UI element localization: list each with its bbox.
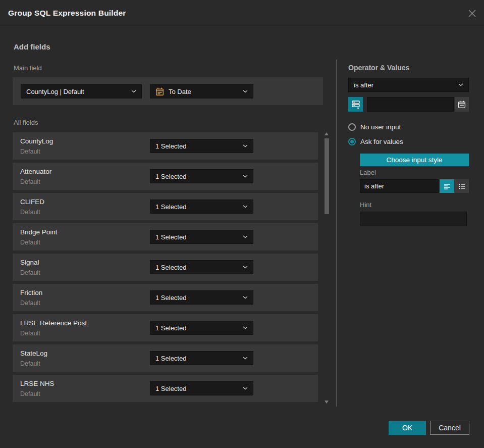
field-name: Signal xyxy=(20,259,39,266)
field-values-select[interactable]: 1 Selected xyxy=(150,169,253,183)
field-values-select-value: 1 Selected xyxy=(155,385,186,392)
field-row: LRSE NHS Default 1 Selected xyxy=(13,375,318,402)
ok-button[interactable]: OK xyxy=(389,421,426,435)
field-values-select[interactable]: 1 Selected xyxy=(150,351,253,365)
field-values-select[interactable]: 1 Selected xyxy=(150,321,253,335)
field-subtitle: Default xyxy=(20,330,40,337)
field-subtitle: Default xyxy=(20,178,40,185)
main-field-label: Main field xyxy=(14,64,42,72)
operator-values-heading: Operator & Values xyxy=(348,64,409,72)
field-subtitle: Default xyxy=(20,148,40,155)
field-values-select-value: 1 Selected xyxy=(155,173,186,180)
dialog-titlebar: Group SQL Expression Builder xyxy=(0,0,484,26)
label-field-label: Label xyxy=(360,169,376,176)
chevron-down-icon xyxy=(239,387,248,390)
radio-selected-icon xyxy=(348,138,356,145)
field-row: CLIFED Default 1 Selected xyxy=(13,193,318,220)
field-values-select[interactable]: 1 Selected xyxy=(150,290,253,305)
field-values-select-value: 1 Selected xyxy=(155,142,186,150)
field-name: CLIFED xyxy=(20,198,44,206)
field-values-select[interactable]: 1 Selected xyxy=(150,381,253,395)
field-row: Friction Default 1 Selected xyxy=(13,284,318,311)
field-rows: CountyLog Default 1 Selected Attenuator … xyxy=(13,132,318,405)
radio-no-user-input-label: No user input xyxy=(360,123,401,131)
field-values-select[interactable]: 1 Selected xyxy=(150,260,253,274)
list-input-icon xyxy=(458,182,466,190)
field-row: Attenuator Default 1 Selected xyxy=(13,163,318,190)
field-row: Signal Default 1 Selected xyxy=(13,254,318,281)
scrollbar-thumb[interactable] xyxy=(325,138,329,214)
stacked-values-icon xyxy=(351,99,360,109)
cancel-button[interactable]: Cancel xyxy=(430,421,469,435)
hint-input[interactable] xyxy=(360,212,467,226)
operator-select[interactable]: is after xyxy=(348,78,469,92)
field-name: LRSE Reference Post xyxy=(20,319,87,327)
list-scrollbar[interactable] xyxy=(325,131,329,406)
radio-ask-for-values-label: Ask for values xyxy=(360,138,403,145)
chevron-down-icon xyxy=(239,357,248,360)
field-values-select[interactable]: 1 Selected xyxy=(150,139,253,153)
single-line-input-icon xyxy=(443,182,451,190)
field-name: LRSE NHS xyxy=(20,380,55,387)
hint-field-label: Hint xyxy=(360,201,371,209)
radio-ask-for-values[interactable]: Ask for values xyxy=(348,138,403,145)
field-row: CountyLog Default 1 Selected xyxy=(13,132,318,160)
operator-select-value: is after xyxy=(354,81,373,89)
field-name: Bridge Point xyxy=(20,228,58,236)
radio-circle-icon xyxy=(348,123,356,131)
calendar-icon xyxy=(458,101,466,109)
single-line-style-button[interactable] xyxy=(440,179,454,193)
field-values-select[interactable]: 1 Selected xyxy=(150,230,253,244)
main-date-field-select[interactable]: To Date xyxy=(150,84,253,98)
field-subtitle: Default xyxy=(20,269,40,276)
multiple-values-button[interactable] xyxy=(348,97,363,112)
radio-no-user-input[interactable]: No user input xyxy=(348,123,401,131)
vertical-divider xyxy=(336,60,337,407)
close-icon xyxy=(468,9,476,18)
field-subtitle: Default xyxy=(20,300,40,307)
field-values-select-value: 1 Selected xyxy=(155,264,186,271)
field-subtitle: Default xyxy=(20,360,40,367)
choose-input-style-button[interactable]: Choose input style xyxy=(360,154,469,166)
value-input[interactable] xyxy=(367,97,454,112)
field-values-select-value: 1 Selected xyxy=(155,355,186,362)
field-name: Attenuator xyxy=(20,168,51,175)
main-field-select[interactable]: CountyLog | Default xyxy=(21,84,142,98)
field-subtitle: Default xyxy=(20,390,40,397)
dialog-title: Group SQL Expression Builder xyxy=(8,0,126,26)
add-fields-heading: Add fields xyxy=(14,42,50,51)
field-row: LRSE Reference Post Default 1 Selected xyxy=(13,314,318,341)
chevron-down-icon xyxy=(239,235,248,238)
chevron-down-icon xyxy=(239,326,248,329)
close-button[interactable] xyxy=(467,8,477,18)
list-style-button[interactable] xyxy=(454,179,469,193)
field-values-select-value: 1 Selected xyxy=(155,324,186,332)
main-field-panel: CountyLog | Default To Date xyxy=(13,77,323,105)
date-picker-button[interactable] xyxy=(455,97,469,112)
chevron-down-icon xyxy=(239,296,248,299)
field-subtitle: Default xyxy=(20,209,40,216)
scrollbar-down-arrow-icon[interactable] xyxy=(325,401,329,404)
field-values-select-value: 1 Selected xyxy=(155,233,186,241)
chevron-down-icon xyxy=(239,90,248,93)
all-fields-list: CountyLog Default 1 Selected Attenuator … xyxy=(13,131,329,406)
field-name: CountyLog xyxy=(20,137,53,145)
chevron-down-icon xyxy=(454,83,463,86)
chevron-down-icon xyxy=(239,175,248,178)
label-input[interactable] xyxy=(360,179,439,193)
main-field-select-value: CountyLog | Default xyxy=(26,88,84,95)
group-sql-expression-builder-dialog: Group SQL Expression Builder Add fields … xyxy=(0,0,484,448)
chevron-down-icon xyxy=(239,266,248,269)
field-row: StateLog Default 1 Selected xyxy=(13,344,318,372)
field-subtitle: Default xyxy=(20,239,40,246)
field-row: Bridge Point Default 1 Selected xyxy=(13,223,318,251)
field-values-select-value: 1 Selected xyxy=(155,203,186,211)
field-values-select-value: 1 Selected xyxy=(155,294,186,302)
scrollbar-up-arrow-icon[interactable] xyxy=(325,132,329,135)
field-values-select[interactable]: 1 Selected xyxy=(150,200,253,214)
field-name: Friction xyxy=(20,289,42,296)
chevron-down-icon xyxy=(239,144,248,147)
chevron-down-icon xyxy=(239,205,248,208)
calendar-icon xyxy=(155,87,164,96)
all-fields-label: All fields xyxy=(14,119,38,126)
